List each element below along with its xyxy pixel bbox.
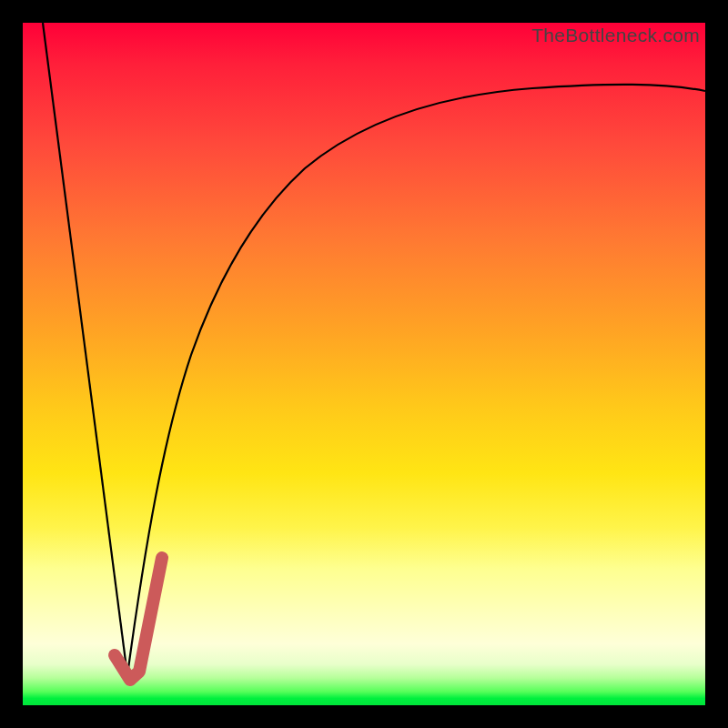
left-line — [43, 23, 127, 675]
right-curve — [127, 85, 705, 675]
highlight-j-mark — [115, 558, 162, 680]
curve-layer — [23, 23, 705, 705]
chart-frame: TheBottleneck.com — [0, 0, 728, 728]
plot-area: TheBottleneck.com — [23, 23, 705, 705]
